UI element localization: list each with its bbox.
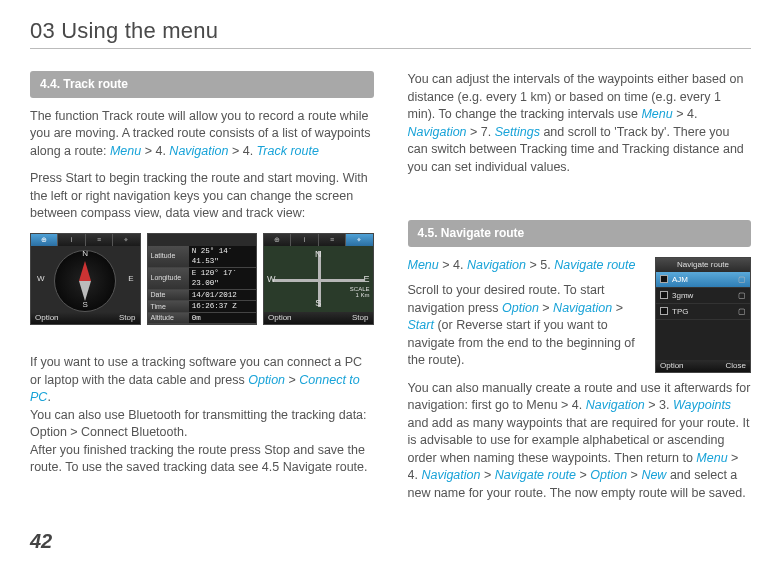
text: >	[480, 468, 494, 482]
softkey-bar: OptionStop	[31, 312, 140, 324]
tab-icon: ≡	[319, 234, 346, 246]
screenshots-row: ⊕i≡⌖ N S E W OptionStop LatitudeN 25° 14…	[30, 233, 374, 325]
list-item: AJM▢	[656, 272, 750, 288]
tab-icon: ⌖	[113, 234, 139, 246]
data-key: Longitude	[148, 268, 189, 289]
softkey-right: Stop	[352, 312, 368, 323]
menu-link: Navigation	[421, 468, 480, 482]
folder-icon: ▢	[738, 290, 746, 301]
cardinal-s: S	[315, 297, 321, 310]
screenshot-compass-view: ⊕i≡⌖ N S E W OptionStop	[30, 233, 141, 325]
cardinal-e: E	[128, 273, 133, 284]
divider	[30, 48, 751, 49]
tab-bar: ⊕i≡⌖	[31, 234, 140, 246]
data-key: Speed	[148, 324, 189, 325]
text: > 3.	[645, 398, 673, 412]
list-item: TPG▢	[656, 304, 750, 320]
text: > 7.	[467, 125, 495, 139]
list-item-label: TPG	[672, 306, 688, 317]
body-text: If you want to use a tracking software y…	[30, 337, 374, 477]
menu-link: Menu	[110, 144, 141, 158]
menu-link: Navigate route	[495, 468, 576, 482]
menu-link: Option	[248, 373, 285, 387]
text: > 4.	[228, 144, 256, 158]
screenshot-track-view: ⊕i≡⌖ N S E W SCALE1 Km OptionStop	[263, 233, 374, 325]
body-text: The function Track route will allow you …	[30, 108, 374, 161]
cardinal-w: W	[267, 273, 276, 286]
folder-icon: ▢	[738, 306, 746, 317]
data-value: E 120° 17´ 23.00"	[189, 268, 256, 289]
cardinal-n: N	[315, 248, 322, 261]
screenshot-data-view: LatitudeN 25° 14´ 41.53" LongitudeE 120°…	[147, 233, 258, 325]
menu-link: Navigation	[169, 144, 228, 158]
list-item: 3gmw▢	[656, 288, 750, 304]
text: > 4.	[141, 144, 169, 158]
text: >	[627, 468, 641, 482]
data-value: 14/01/2012	[189, 290, 256, 301]
cardinal-e: E	[363, 273, 369, 286]
tab-icon: ⊕	[264, 234, 291, 246]
tab-icon: ⌖	[346, 234, 372, 246]
data-rows: LatitudeN 25° 14´ 41.53" LongitudeE 120°…	[148, 246, 257, 312]
body-text: You can adjust the intervals of the wayp…	[408, 71, 752, 176]
text: >	[539, 301, 553, 315]
softkey-left: Option	[660, 360, 684, 371]
page-number: 42	[30, 530, 52, 553]
menu-link: Settings	[495, 125, 540, 139]
menu-link: Navigation	[586, 398, 645, 412]
data-value: 0m	[189, 313, 256, 324]
softkey-bar: OptionStop	[264, 312, 373, 324]
data-key: Time	[148, 301, 189, 312]
text: > 4.	[673, 107, 698, 121]
body-text: Press Start to begin tracking the route …	[30, 170, 374, 223]
cardinal-w: W	[37, 273, 45, 284]
heading-track-route: 4.4. Track route	[30, 71, 374, 98]
tab-icon: ⊕	[31, 234, 58, 246]
data-key: Date	[148, 290, 189, 301]
menu-link: Menu	[641, 107, 672, 121]
menu-link: Menu	[408, 258, 439, 272]
heading-navigate-route: 4.5. Navigate route	[408, 220, 752, 247]
page: 03 Using the menu 4.4. Track route The f…	[0, 0, 781, 565]
chapter-title: 03 Using the menu	[30, 18, 751, 44]
text: >	[285, 373, 299, 387]
checkbox-icon	[660, 291, 668, 299]
checkbox-icon	[660, 307, 668, 315]
columns: 4.4. Track route The function Track rout…	[30, 71, 751, 512]
folder-icon: ▢	[738, 274, 746, 285]
text: >	[612, 301, 623, 315]
softkey-left: Option	[35, 312, 59, 323]
data-key: Latitude	[148, 246, 189, 267]
text: >	[576, 468, 590, 482]
body-text: You can also manually create a route and…	[408, 380, 752, 503]
menu-link: Track route	[257, 144, 319, 158]
menu-link: Navigation	[553, 301, 612, 315]
softkey-right: Close	[726, 360, 746, 371]
tab-icon: i	[58, 234, 85, 246]
tab-bar: ⊕i≡⌖	[264, 234, 373, 246]
scale-label: SCALE1 Km	[350, 286, 370, 298]
list-item-label: AJM	[672, 274, 688, 285]
data-value: N 25° 14´ 41.53"	[189, 246, 256, 267]
menu-link: Option	[590, 468, 627, 482]
data-value: 6.20km/h	[189, 324, 256, 325]
data-value: 16:26:37 Z	[189, 301, 256, 312]
text: > 4.	[439, 258, 467, 272]
menu-link: Menu	[696, 451, 727, 465]
menu-link: Option	[502, 301, 539, 315]
text: > 5.	[526, 258, 554, 272]
screenshot-navigate-route: Navigate route AJM▢ 3gmw▢ TPG▢ OptionClo…	[655, 257, 751, 373]
cardinal-n: N	[82, 248, 88, 259]
list-item-label: 3gmw	[672, 290, 693, 301]
menu-link: New	[641, 468, 666, 482]
text: . You can also use Bluetooth for transmi…	[30, 390, 367, 474]
data-key: Altitude	[148, 313, 189, 324]
menu-link: Start	[408, 318, 434, 332]
tab-icon: i	[291, 234, 318, 246]
left-column: 4.4. Track route The function Track rout…	[30, 71, 374, 512]
menu-link: Waypoints	[673, 398, 731, 412]
tab-icon: ≡	[86, 234, 113, 246]
softkey-bar: OptionClose	[656, 360, 750, 372]
softkey-right: Stop	[119, 312, 135, 323]
checkbox-icon	[660, 275, 668, 283]
